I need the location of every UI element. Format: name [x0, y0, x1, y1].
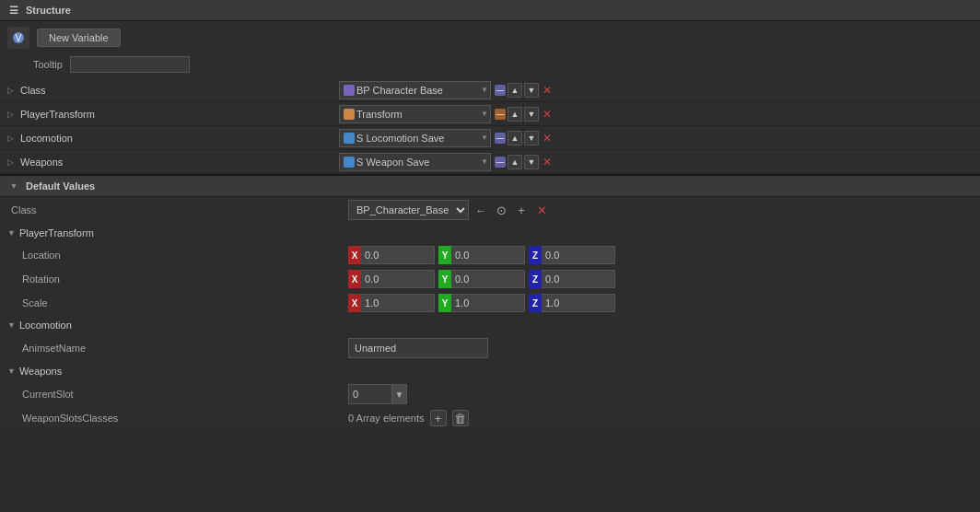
structure-title: Structure: [26, 5, 71, 16]
rotation-label: Rotation: [7, 273, 348, 285]
animset-input[interactable]: [348, 338, 488, 358]
current-slot-label: CurrentSlot: [7, 389, 348, 400]
defaults-collapse-icon[interactable]: ▼: [7, 180, 20, 192]
var-type-label-locomotion: S Locomotion Save: [356, 133, 479, 144]
var-up-class[interactable]: ▲: [508, 83, 522, 98]
rotation-xyz: X Y Z: [348, 270, 615, 288]
scale-z-input[interactable]: [542, 294, 615, 312]
type-dot-locomotion: [344, 133, 355, 144]
locomotion-group-label: Locomotion: [19, 320, 72, 331]
current-slot-input-group: ▼: [348, 384, 407, 404]
array-row: 0 Array elements + 🗑: [348, 410, 469, 426]
player-transform-group-label: PlayerTransform: [19, 227, 94, 239]
toolbar-icon: V: [7, 27, 29, 49]
var-up-locomotion[interactable]: ▲: [508, 131, 522, 145]
var-remove-weapons[interactable]: ✕: [541, 156, 554, 169]
toolbar-row: V New Variable: [0, 21, 980, 54]
array-add-button[interactable]: +: [430, 410, 447, 426]
scale-x-label: X: [348, 294, 361, 312]
var-type-locomotion[interactable]: S Locomotion Save ▼: [339, 129, 491, 147]
rotation-y-label: Y: [438, 270, 451, 288]
tooltip-label: Tooltip: [33, 59, 63, 70]
location-row: Location X Y Z: [0, 243, 980, 267]
locomotion-collapse-icon[interactable]: ▼: [7, 320, 16, 330]
player-transform-group-header: ▼ PlayerTransform: [0, 223, 980, 243]
scale-label: Scale: [7, 297, 348, 308]
rotation-z-field: Z: [529, 270, 615, 288]
location-z-input[interactable]: [542, 246, 615, 264]
weapons-collapse-icon[interactable]: ▼: [7, 367, 16, 376]
location-z-label: Z: [529, 246, 542, 264]
expand-weapons-icon[interactable]: ▷: [4, 156, 17, 169]
class-search-button[interactable]: ⊙: [493, 202, 509, 218]
var-dash-weapons[interactable]: —: [495, 157, 506, 168]
type-dot-playertransform: [344, 109, 355, 120]
var-name-locomotion: Locomotion: [17, 133, 339, 144]
var-name-weapons: Weapons: [17, 157, 339, 168]
location-x-label: X: [348, 246, 361, 264]
type-dropdown-arrow-class: ▼: [481, 86, 488, 94]
current-slot-arrow[interactable]: ▼: [392, 384, 407, 404]
var-type-weapons[interactable]: S Weapon Save ▼: [339, 153, 491, 171]
tooltip-input[interactable]: [70, 56, 190, 73]
location-y-input[interactable]: [451, 246, 525, 264]
var-name-playertransform: PlayerTransform: [17, 109, 339, 120]
location-z-field: Z: [529, 246, 615, 264]
var-dash-class[interactable]: —: [495, 85, 506, 96]
player-transform-collapse-icon[interactable]: ▼: [7, 228, 16, 238]
weapon-slots-classes-label: WeaponSlotsClasses: [7, 413, 348, 424]
tooltip-row: Tooltip: [0, 54, 980, 78]
location-y-field: Y: [438, 246, 525, 264]
new-variable-button[interactable]: New Variable: [37, 29, 121, 47]
defaults-title: Default Values: [26, 180, 95, 192]
scale-y-input[interactable]: [451, 294, 525, 312]
var-down-class[interactable]: ▼: [524, 83, 539, 98]
var-down-playertransform[interactable]: ▼: [524, 107, 539, 122]
class-back-button[interactable]: ←: [472, 202, 489, 218]
scale-xyz: X Y Z: [348, 294, 615, 312]
defaults-class-select[interactable]: BP_Character_Base: [348, 200, 469, 220]
scale-row: Scale X Y Z: [0, 291, 980, 315]
expand-playertransform-icon[interactable]: ▷: [4, 108, 17, 121]
var-remove-playertransform[interactable]: ✕: [541, 108, 554, 121]
rotation-z-label: Z: [529, 270, 542, 288]
var-down-weapons[interactable]: ▼: [524, 155, 539, 169]
var-up-weapons[interactable]: ▲: [508, 155, 522, 169]
var-remove-class[interactable]: ✕: [541, 84, 554, 97]
scale-y-label: Y: [438, 294, 451, 312]
class-controls: ← ⊙ + ✕: [472, 202, 550, 218]
location-x-field: X: [348, 246, 435, 264]
type-dot-weapons: [344, 157, 355, 168]
rotation-z-input[interactable]: [542, 270, 615, 288]
defaults-header: ▼ Default Values: [0, 175, 980, 197]
expand-locomotion-icon[interactable]: ▷: [4, 132, 17, 145]
variable-row-locomotion: ▷ Locomotion S Locomotion Save ▼ — ▲ ▼ ✕: [0, 126, 980, 150]
var-up-playertransform[interactable]: ▲: [508, 107, 522, 122]
var-down-locomotion[interactable]: ▼: [524, 131, 539, 145]
location-label: Location: [7, 250, 348, 261]
scale-z-label: Z: [529, 294, 542, 312]
var-dash-locomotion[interactable]: —: [495, 133, 506, 144]
class-clear-button[interactable]: ✕: [533, 202, 550, 218]
var-name-class: Class: [17, 85, 339, 96]
var-type-label-weapons: S Weapon Save: [356, 157, 479, 168]
var-type-label-class: BP Character Base: [356, 85, 479, 96]
expand-class-icon[interactable]: ▷: [4, 84, 17, 97]
class-add-button[interactable]: +: [513, 202, 530, 218]
var-controls-weapons: — ▲ ▼ ✕: [495, 155, 554, 169]
scale-y-field: Y: [438, 294, 525, 312]
rotation-x-field: X: [348, 270, 435, 288]
var-type-class[interactable]: BP Character Base ▼: [339, 81, 491, 99]
var-type-playertransform[interactable]: Transform ▼: [339, 105, 491, 123]
locomotion-group-header: ▼ Locomotion: [0, 315, 980, 335]
var-dash-playertransform[interactable]: —: [495, 109, 506, 120]
current-slot-input[interactable]: [348, 384, 392, 404]
scale-x-input[interactable]: [361, 294, 435, 312]
location-x-input[interactable]: [361, 246, 435, 264]
scale-z-field: Z: [529, 294, 615, 312]
rotation-x-input[interactable]: [361, 270, 435, 288]
var-remove-locomotion[interactable]: ✕: [541, 132, 554, 145]
rotation-y-input[interactable]: [451, 270, 525, 288]
array-delete-button[interactable]: 🗑: [452, 410, 469, 426]
type-dropdown-arrow-locomotion: ▼: [481, 134, 488, 142]
